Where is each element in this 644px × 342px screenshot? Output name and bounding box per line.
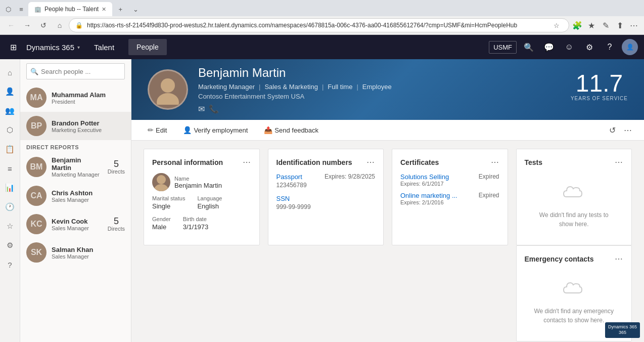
profile-role: Marketing Manager bbox=[198, 83, 255, 91]
card-more-button[interactable]: ⋯ bbox=[366, 157, 375, 167]
profile-meta: Marketing Manager | Sales & Marketing | … bbox=[198, 83, 628, 91]
nav-question-icon[interactable]: ? bbox=[1, 255, 19, 274]
list-item[interactable]: KC Kevin Cook Sales Manager 5 Directs bbox=[20, 210, 131, 238]
bookmark-icon[interactable]: ☆ bbox=[550, 19, 563, 31]
smiley-button[interactable]: ☺ bbox=[561, 39, 577, 55]
card-more-button[interactable]: ⋯ bbox=[615, 254, 623, 264]
person-name: Muhammad Alam bbox=[52, 91, 125, 99]
id-numbers-card: Identification numbers ⋯ Passport Expire… bbox=[268, 149, 384, 245]
tab-list-icon[interactable]: ≡ bbox=[15, 3, 27, 15]
browser-menu-icon[interactable]: ⋯ bbox=[628, 19, 640, 31]
nav-chart-icon[interactable]: 📊 bbox=[1, 179, 19, 197]
cert-item: Solutions Selling Expired Expires: 6/1/2… bbox=[400, 173, 499, 187]
cert-name[interactable]: Solutions Selling bbox=[400, 173, 449, 181]
org-badge[interactable]: USMF bbox=[489, 41, 517, 54]
home-button[interactable]: ⌂ bbox=[53, 18, 67, 32]
forward-button[interactable]: → bbox=[20, 18, 34, 32]
nav-people-icon[interactable]: 👥 bbox=[1, 102, 19, 120]
nav-doc-icon[interactable]: 📋 bbox=[1, 140, 19, 158]
verify-icon: 👤 bbox=[183, 126, 192, 134]
directs-badge: 5 Directs bbox=[108, 217, 125, 232]
active-browser-tab[interactable]: 🏢 People hub -- Talent ✕ bbox=[28, 2, 112, 16]
person-title: Sales Manager bbox=[52, 197, 125, 203]
card-more-button[interactable]: ⋯ bbox=[615, 157, 623, 167]
search-icon: 🔍 bbox=[30, 68, 38, 75]
share-icon[interactable]: ⬆ bbox=[614, 19, 626, 31]
card-content: Name Benjamin Martin Marital status Sing… bbox=[152, 173, 251, 237]
edit-button[interactable]: ✏ Edit bbox=[144, 124, 171, 136]
notes-icon[interactable]: ✎ bbox=[600, 19, 612, 31]
help-button[interactable]: ? bbox=[602, 39, 618, 55]
reload-button[interactable]: ↺ bbox=[36, 18, 51, 32]
back-button[interactable]: ← bbox=[4, 18, 18, 32]
address-bar[interactable]: 🔒 https://aos-rts-sf-21454f9d830-prod-we… bbox=[69, 18, 569, 32]
tab-chevron-button[interactable]: ⌄ bbox=[128, 2, 143, 16]
nav-team-icon[interactable]: ⬡ bbox=[1, 121, 19, 139]
id-number: 123456789 bbox=[277, 182, 376, 189]
birthdate-field: Birth date 3/1/1973 bbox=[183, 216, 209, 231]
mail-icon[interactable]: ✉ bbox=[198, 104, 205, 114]
nav-person-icon[interactable]: 👤 bbox=[1, 82, 19, 101]
list-item[interactable]: SK Salman Khan Sales Manager bbox=[20, 238, 131, 267]
card-content: Solutions Selling Expired Expires: 6/1/2… bbox=[400, 173, 499, 237]
settings-button[interactable]: ⚙ bbox=[581, 39, 597, 55]
cert-name[interactable]: Online marketing ... bbox=[400, 192, 457, 199]
birthdate-label: Birth date bbox=[183, 216, 209, 222]
section-header: DIRECT REPORTS bbox=[20, 140, 131, 152]
address-actions: ☆ bbox=[550, 19, 563, 31]
browser-chrome: ⬡ ≡ 🏢 People hub -- Talent ✕ + ⌄ ← → ↺ ⌂… bbox=[0, 0, 644, 35]
cloud-icon bbox=[561, 182, 586, 206]
person-info: Brandon Potter Marketing Executive bbox=[52, 119, 125, 133]
avatar-placeholder: BP bbox=[26, 116, 47, 136]
directs-label: Directs bbox=[108, 168, 125, 175]
language-field: Language English bbox=[197, 195, 222, 210]
main-layout: ⌂ 👤 👥 ⬡ 📋 ≡ 📊 🕐 ☆ ⚙ ? 🔍 MA bbox=[0, 59, 644, 342]
more-button[interactable]: ⋯ bbox=[624, 125, 632, 135]
module-name: Talent bbox=[86, 43, 122, 52]
list-item[interactable]: CA Chris Ashton Sales Manager bbox=[20, 182, 131, 210]
avatar-placeholder: CA bbox=[26, 186, 47, 206]
id-type[interactable]: SSN bbox=[277, 195, 290, 202]
avatar: MA bbox=[26, 88, 47, 108]
nav-settings-icon[interactable]: ⚙ bbox=[1, 236, 19, 254]
chat-button[interactable]: 💬 bbox=[541, 39, 557, 55]
app-name-button[interactable]: Dynamics 365 ▾ bbox=[26, 43, 80, 52]
nav-clock-icon[interactable]: 🕐 bbox=[1, 198, 19, 216]
list-item[interactable]: BP Brandon Potter Marketing Executive bbox=[20, 112, 131, 140]
phone-icon[interactable]: 📞 bbox=[209, 104, 219, 114]
card-title: Personal information bbox=[152, 158, 223, 166]
extensions-icon[interactable]: 🧩 bbox=[571, 19, 583, 31]
new-tab-button[interactable]: + bbox=[113, 2, 127, 16]
directs-count: 5 bbox=[114, 159, 119, 168]
waffle-menu-button[interactable]: ⊞ bbox=[6, 40, 20, 54]
person-name: Kevin Cook bbox=[52, 218, 103, 225]
card-more-button[interactable]: ⋯ bbox=[491, 157, 499, 167]
tab-close-button[interactable]: ✕ bbox=[102, 6, 106, 13]
user-avatar[interactable]: 👤 bbox=[622, 39, 638, 55]
dynamics-badge-icon: 365 bbox=[608, 330, 637, 336]
list-item[interactable]: MA Muhammad Alam President bbox=[20, 83, 131, 112]
nav-people-item[interactable]: People bbox=[128, 39, 167, 55]
send-feedback-button[interactable]: 📤 Send feedback bbox=[260, 124, 323, 136]
person-info: Muhammad Alam President bbox=[52, 91, 125, 105]
dynamics-app-name: Dynamics 365 bbox=[26, 43, 74, 52]
nav-list-icon[interactable]: ≡ bbox=[1, 159, 19, 178]
tab-stack-icon[interactable]: ⬡ bbox=[2, 3, 14, 15]
verify-employment-button[interactable]: 👤 Verify employment bbox=[179, 124, 252, 136]
list-item[interactable]: BM Benjamin Martin Marketing Manager 5 D… bbox=[20, 152, 131, 182]
edit-icon: ✏ bbox=[148, 126, 154, 134]
tab-favicon: 🏢 bbox=[34, 6, 41, 13]
search-button[interactable]: 🔍 bbox=[521, 39, 537, 55]
card-more-button[interactable]: ⋯ bbox=[243, 157, 251, 167]
person-title: Sales Manager bbox=[52, 253, 125, 260]
marital-label: Marital status bbox=[152, 195, 185, 201]
nav-home-icon[interactable]: ⌂ bbox=[1, 63, 19, 81]
years-label: YEARS OF SERVICE bbox=[571, 96, 628, 101]
refresh-button[interactable]: ↺ bbox=[609, 125, 616, 135]
id-type[interactable]: Passport bbox=[277, 173, 302, 181]
profile-header: Benjamin Martin Marketing Manager | Sale… bbox=[131, 59, 644, 120]
nav-star-icon[interactable]: ☆ bbox=[1, 217, 19, 235]
mini-name-value: Benjamin Martin bbox=[174, 182, 222, 189]
favorites-icon[interactable]: ★ bbox=[585, 19, 597, 31]
search-input[interactable] bbox=[26, 63, 125, 79]
